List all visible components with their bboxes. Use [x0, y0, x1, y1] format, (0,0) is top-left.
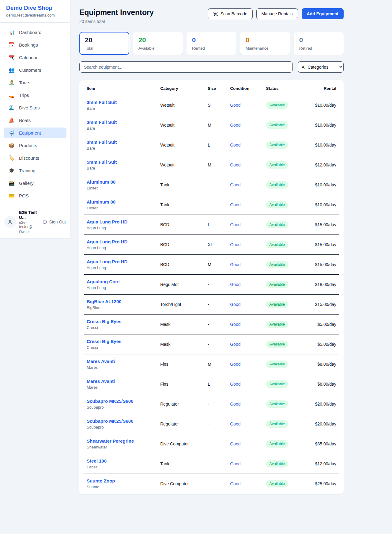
sign-out-button[interactable]: Sign Out	[43, 219, 66, 224]
item-cell: 3mm Full SuitBare	[84, 95, 158, 115]
item-brand: Aqua Lung	[87, 285, 155, 290]
category-cell: Dive Computer	[158, 474, 205, 494]
sidebar-item-label: Bookings	[19, 42, 38, 48]
category-value: Dive Computer	[160, 481, 189, 486]
discounts-icon: 🏷️	[9, 156, 15, 161]
sidebar-item-gallery[interactable]: 📸Gallery	[4, 178, 66, 189]
condition-link[interactable]: Good	[230, 302, 240, 307]
category-select[interactable]: All Categories	[298, 61, 344, 73]
sidebar-item-equipment[interactable]: 🤿Equipment	[4, 128, 66, 138]
sidebar-item-dashboard[interactable]: 📊Dashboard	[4, 27, 66, 38]
item-name-link[interactable]: 3mm Full Suit	[87, 120, 155, 125]
stat-value: 20	[138, 36, 177, 44]
sidebar-item-discounts[interactable]: 🏷️Discounts	[4, 153, 66, 163]
size-cell: -	[205, 414, 228, 434]
manage-rentals-button[interactable]: Manage Rentals	[256, 8, 298, 19]
sidebar-item-products[interactable]: 📦Products	[4, 140, 66, 151]
sidebar-item-trips[interactable]: 🚤Trips	[4, 90, 66, 101]
item-name-link[interactable]: Cressi Big Eyes	[87, 319, 155, 324]
item-name-link[interactable]: Mares Avanti	[87, 359, 155, 364]
item-name-link[interactable]: Aluminum 80	[87, 179, 155, 185]
size-value: -	[208, 421, 209, 426]
condition-link[interactable]: Good	[230, 282, 240, 287]
stat-card-rented[interactable]: 0Rented	[187, 32, 236, 55]
column-header-condition: Condition	[228, 82, 263, 95]
table-row: 5mm Full SuitBareWetsuitMGoodAvailable$1…	[84, 155, 339, 175]
condition-link[interactable]: Good	[230, 461, 240, 466]
status-badge: Available	[266, 221, 288, 228]
condition-link[interactable]: Good	[230, 402, 240, 406]
condition-link[interactable]: Good	[230, 262, 240, 267]
condition-link[interactable]: Good	[230, 441, 240, 446]
rental-cell: $8.00/day	[313, 354, 339, 374]
status-cell: Available	[264, 295, 313, 315]
sidebar-item-dive-sites[interactable]: 🌊Dive Sites	[4, 102, 66, 113]
condition-link[interactable]: Good	[230, 123, 240, 128]
item-name-link[interactable]: Steel 100	[87, 458, 155, 463]
category-value: Fins	[160, 382, 168, 387]
item-name-link[interactable]: Aqua Lung Pro HD	[87, 259, 155, 264]
condition-link[interactable]: Good	[230, 182, 240, 187]
sidebar-item-bookings[interactable]: 📅Bookings	[4, 40, 66, 50]
table-row: Shearwater PeregrineShearwaterDive Compu…	[84, 434, 339, 454]
item-name-link[interactable]: Aqua Lung Pro HD	[87, 239, 155, 244]
status-cell: Available	[264, 175, 313, 195]
rental-value: $18.00/day	[315, 282, 336, 287]
status-badge: Available	[266, 281, 288, 288]
condition-link[interactable]: Good	[230, 242, 240, 247]
size-cell: -	[205, 434, 228, 454]
sidebar-item-boats[interactable]: ⛵Boats	[4, 115, 66, 126]
pos-icon: 💳	[9, 193, 15, 198]
condition-cell: Good	[228, 175, 263, 195]
condition-link[interactable]: Good	[230, 322, 240, 327]
item-cell: Aqua Lung Pro HDAqua Lung	[84, 255, 158, 275]
condition-link[interactable]: Good	[230, 202, 240, 207]
item-name-link[interactable]: Mares Avanti	[87, 379, 155, 384]
gallery-icon: 📸	[9, 181, 15, 186]
sidebar-item-customers[interactable]: 👥Customers	[4, 65, 66, 75]
item-name-link[interactable]: BigBlue AL1200	[87, 299, 155, 304]
stat-card-maintenance[interactable]: 0Maintenance	[240, 32, 290, 55]
item-name-link[interactable]: 3mm Full Suit	[87, 100, 155, 105]
item-name-link[interactable]: Scubapro MK25/S600	[87, 418, 155, 424]
brand-domain: demo.test.divestreams.com	[6, 13, 64, 17]
condition-link[interactable]: Good	[230, 421, 240, 426]
item-brand: Shearwater	[87, 445, 155, 449]
item-name-link[interactable]: Scubapro MK25/S600	[87, 399, 155, 404]
sidebar-item-pos[interactable]: 💳POS	[4, 190, 66, 201]
condition-link[interactable]: Good	[230, 481, 240, 486]
user-email: e2e-tester@...	[19, 220, 40, 229]
item-name-link[interactable]: 5mm Full Suit	[87, 159, 155, 165]
condition-link[interactable]: Good	[230, 382, 240, 387]
search-input[interactable]	[79, 61, 293, 73]
tours-icon: 🏝️	[9, 80, 15, 85]
item-name-link[interactable]: Shearwater Peregrine	[87, 438, 155, 444]
item-name-link[interactable]: 3mm Full Suit	[87, 139, 155, 145]
size-value: XL	[208, 242, 213, 247]
condition-link[interactable]: Good	[230, 143, 240, 147]
add-equipment-button[interactable]: Add Equipment	[302, 8, 344, 19]
condition-link[interactable]: Good	[230, 362, 240, 367]
user-role: Owner	[19, 230, 40, 234]
item-name-link[interactable]: Aluminum 80	[87, 199, 155, 204]
condition-link[interactable]: Good	[230, 222, 240, 227]
table-row: Aqua Lung Pro HDAqua LungBCDLGoodAvailab…	[84, 215, 339, 235]
condition-link[interactable]: Good	[230, 103, 240, 108]
sidebar-item-training[interactable]: 🎓Training	[4, 165, 66, 176]
condition-link[interactable]: Good	[230, 162, 240, 167]
size-value: M	[208, 123, 211, 128]
condition-link[interactable]: Good	[230, 342, 240, 347]
sidebar-item-calendar[interactable]: 📆Calendar	[4, 52, 66, 63]
sidebar-item-tours[interactable]: 🏝️Tours	[4, 77, 66, 88]
item-brand: Faber	[87, 465, 155, 469]
item-name-link[interactable]: Aqua Lung Pro HD	[87, 219, 155, 224]
item-name-link[interactable]: Suunto Zoop	[87, 478, 155, 483]
scan-barcode-button[interactable]: Scan Barcode	[208, 8, 253, 19]
stat-card-available[interactable]: 20Available	[133, 32, 183, 55]
stat-card-retired[interactable]: 0Retired	[294, 32, 344, 55]
item-name-link[interactable]: Aqualung Core	[87, 279, 155, 284]
category-value: Dive Computer	[160, 441, 189, 446]
item-cell: Scubapro MK25/S600Scubapro	[84, 394, 158, 414]
item-name-link[interactable]: Cressi Big Eyes	[87, 339, 155, 344]
stat-card-total[interactable]: 20Total	[79, 32, 129, 55]
